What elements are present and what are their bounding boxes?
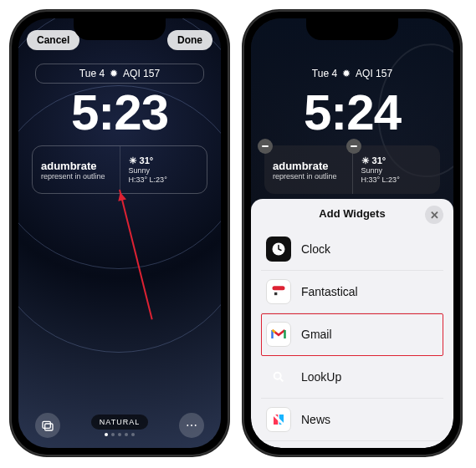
clock-time: 5:24 bbox=[251, 84, 453, 141]
svg-rect-1 bbox=[45, 424, 53, 430]
weather-condition: Sunny bbox=[361, 166, 432, 176]
editor-bottom-bar: NATURAL ⋯ bbox=[18, 413, 221, 438]
screen-right: Tue 4 ✹ AQI 157 5:24 adumbrate represent… bbox=[251, 18, 453, 448]
word-term: adumbrate bbox=[41, 160, 111, 172]
style-indicator: NATURAL bbox=[91, 415, 148, 436]
word-definition: represent in outline bbox=[273, 172, 344, 181]
style-name: NATURAL bbox=[91, 415, 148, 430]
widget-app-news[interactable]: News bbox=[261, 399, 443, 441]
fantastical-app-icon bbox=[266, 279, 291, 304]
gallery-icon bbox=[41, 419, 54, 432]
phone-right: Tue 4 ✹ AQI 157 5:24 adumbrate represent… bbox=[243, 10, 462, 456]
done-button[interactable]: Done bbox=[167, 30, 212, 50]
aqi-text: AQI 157 bbox=[123, 68, 160, 79]
word-widget[interactable]: adumbrate represent in outline bbox=[33, 146, 120, 193]
widget-app-fantastical[interactable]: Fantastical bbox=[261, 271, 443, 313]
close-panel-button[interactable]: ✕ bbox=[425, 206, 443, 224]
lookup-app-icon bbox=[266, 364, 291, 389]
app-label: News bbox=[301, 413, 330, 426]
weather-widget[interactable]: ☀ 31° Sunny H:33° L:23° bbox=[352, 145, 441, 194]
add-widgets-panel: Add Widgets ✕ Clock Fantastical bbox=[251, 199, 453, 448]
date-text: Tue 4 bbox=[79, 68, 105, 79]
svg-rect-0 bbox=[43, 421, 50, 428]
weather-range: H:33° L:23° bbox=[361, 176, 432, 185]
cancel-button[interactable]: Cancel bbox=[27, 30, 79, 50]
weather-condition: Sunny bbox=[129, 166, 199, 176]
word-term: adumbrate bbox=[273, 160, 344, 172]
svg-point-6 bbox=[274, 373, 281, 379]
svg-rect-5 bbox=[274, 292, 277, 295]
weather-widget[interactable]: ☀ 31° Sunny H:33° L:23° bbox=[120, 146, 207, 193]
svg-rect-4 bbox=[273, 286, 285, 290]
screen-left: Cancel Done Tue 4 ✹ AQI 157 5:23 adumbra… bbox=[18, 18, 221, 448]
word-definition: represent in outline bbox=[41, 172, 111, 181]
wallpaper-ring bbox=[18, 18, 221, 269]
notch bbox=[306, 18, 398, 40]
widget-app-gmail[interactable]: Gmail bbox=[261, 313, 443, 356]
clock-time[interactable]: 5:23 bbox=[18, 84, 221, 141]
widget-app-reminders[interactable]: Reminders bbox=[261, 441, 443, 448]
close-icon: ✕ bbox=[430, 209, 439, 221]
app-label: Gmail bbox=[301, 328, 332, 341]
date-widget[interactable]: Tue 4 ✹ AQI 157 bbox=[35, 64, 204, 84]
widgets-slot[interactable]: adumbrate represent in outline ☀ 31° Sun… bbox=[264, 145, 440, 194]
widget-app-clock[interactable]: Clock bbox=[261, 228, 443, 271]
word-widget[interactable]: adumbrate represent in outline bbox=[264, 145, 352, 194]
date-text: Tue 4 bbox=[312, 68, 337, 79]
remove-widget-button[interactable] bbox=[346, 139, 361, 154]
weather-temp: ☀ 31° bbox=[361, 155, 432, 166]
remove-widget-button[interactable] bbox=[258, 139, 273, 154]
more-button[interactable]: ⋯ bbox=[179, 413, 204, 438]
aqi-icon: ✹ bbox=[110, 68, 118, 79]
widget-app-lookup[interactable]: LookUp bbox=[261, 356, 443, 399]
news-app-icon bbox=[266, 407, 291, 432]
weather-range: H:33° L:23° bbox=[129, 176, 199, 185]
customize-gallery-button[interactable] bbox=[35, 413, 60, 438]
gmail-app-icon bbox=[266, 322, 291, 347]
widget-app-list[interactable]: Clock Fantastical Gmail bbox=[251, 228, 453, 448]
aqi-icon: ✹ bbox=[342, 68, 351, 79]
panel-header: Add Widgets ✕ bbox=[251, 199, 453, 228]
notch bbox=[74, 18, 166, 40]
style-pager-dots bbox=[91, 433, 148, 436]
ellipsis-icon: ⋯ bbox=[186, 419, 197, 432]
aqi-text: AQI 157 bbox=[356, 68, 392, 79]
phone-left: Cancel Done Tue 4 ✹ AQI 157 5:23 adumbra… bbox=[10, 10, 229, 456]
widgets-slot[interactable]: adumbrate represent in outline ☀ 31° Sun… bbox=[32, 145, 207, 194]
app-label: LookUp bbox=[301, 370, 341, 384]
date-widget: Tue 4 ✹ AQI 157 bbox=[268, 64, 437, 84]
clock-app-icon bbox=[266, 237, 291, 262]
weather-temp: ☀ 31° bbox=[129, 155, 199, 166]
panel-title: Add Widgets bbox=[319, 207, 385, 220]
app-label: Clock bbox=[301, 242, 330, 256]
app-label: Fantastical bbox=[301, 285, 358, 298]
